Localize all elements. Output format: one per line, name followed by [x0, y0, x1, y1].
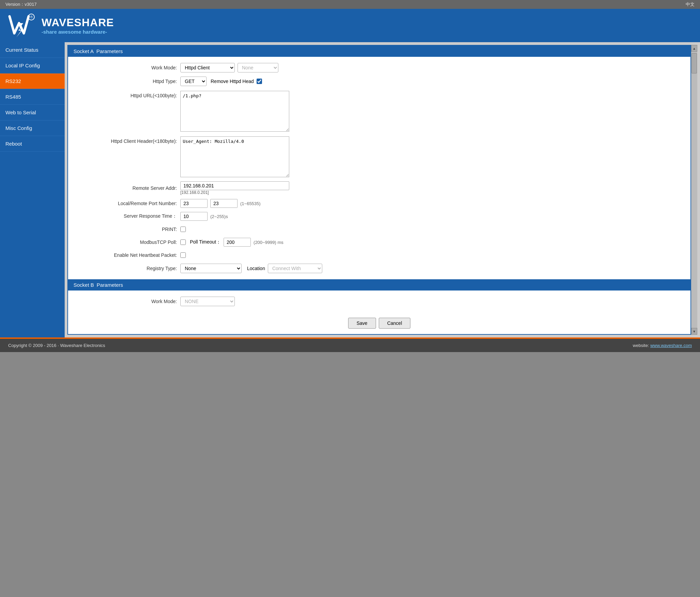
httpd-url-row: Httpd URL(<100byte): /1.php?	[68, 88, 690, 134]
httpd-type-row: Httpd Type: GET POST Remove Httpd Head	[68, 74, 690, 88]
language-toggle[interactable]: 中文	[686, 1, 695, 7]
httpd-client-header-row: Httpd Client Header(<180byte): User_Agen…	[68, 134, 690, 179]
main-layout: Current Status Local IP Config RS232 RS4…	[0, 42, 700, 337]
save-button[interactable]: Save	[348, 318, 376, 329]
httpd-type-controls: GET POST Remove Httpd Head	[180, 77, 684, 86]
scroll-down-button[interactable]: ▼	[691, 328, 697, 335]
work-mode-controls: Httpd Client TCP Client TCP Server UDP N…	[180, 63, 684, 72]
socket-b-header: Socket B Parameters	[68, 279, 690, 291]
poll-timeout-input[interactable]: 200	[224, 238, 251, 247]
heartbeat-label: Enable Net Heartbeat Packet:	[75, 252, 180, 258]
website-label: website:	[633, 343, 649, 348]
socket-b-work-mode-label: Work Mode:	[75, 299, 180, 304]
button-row: Save Cancel	[68, 312, 690, 334]
remove-httpd-head-checkbox[interactable]	[257, 79, 262, 84]
server-response-time-label: Server Response Time：	[75, 213, 180, 219]
sidebar-item-rs232[interactable]: RS232	[0, 73, 65, 89]
remote-server-addr-input[interactable]: 192.168.0.201	[180, 181, 289, 190]
content-wrapper: Socket A Parameters Work Mode: Httpd Cli…	[65, 42, 700, 337]
port-number-row: Local/Remote Port Number: 23 23 (1~65535…	[68, 197, 690, 210]
sidebar-item-reboot[interactable]: Reboot	[0, 136, 65, 152]
work-mode-none-select[interactable]: None	[238, 63, 278, 72]
form-area: Work Mode: Httpd Client TCP Client TCP S…	[68, 57, 690, 279]
httpd-url-controls: /1.php?	[180, 91, 684, 132]
socket-a-params-label: Parameters	[96, 48, 123, 54]
location-select[interactable]: Connect With	[268, 264, 322, 273]
registry-type-row: Registry Type: None Option1 Location Con…	[68, 262, 690, 275]
server-response-time-hint: (2~255)s	[210, 214, 228, 219]
modbus-tcp-poll-checkbox[interactable]	[180, 239, 186, 245]
footer: Copyright © 2009 - 2016 · Waveshare Elec…	[0, 339, 700, 352]
header-text: WAVESHARE -share awesome hardware-	[42, 16, 114, 35]
scroll-thumb[interactable]	[691, 53, 697, 73]
heartbeat-row: Enable Net Heartbeat Packet:	[68, 249, 690, 262]
httpd-url-textarea[interactable]: /1.php?	[180, 91, 289, 132]
registry-type-select[interactable]: None Option1	[180, 264, 242, 273]
modbus-tcp-poll-label: ModbusTCP Poll:	[75, 239, 180, 245]
scrollbar[interactable]: ▲ ▼	[691, 45, 697, 335]
httpd-client-header-controls: User_Agent: Mozilla/4.0	[180, 136, 684, 177]
socket-b-work-mode-controls: NONE TCP Client TCP Server	[180, 297, 684, 306]
socket-a-header: Socket A Parameters	[68, 46, 690, 57]
socket-b-label: Socket B	[74, 282, 94, 288]
httpd-type-select[interactable]: GET POST	[180, 77, 207, 86]
work-mode-select[interactable]: Httpd Client TCP Client TCP Server UDP N…	[180, 63, 235, 72]
remote-server-addr-hint: [192.168.0.201]	[180, 190, 289, 195]
sidebar-item-current-status[interactable]: Current Status	[0, 42, 65, 58]
remote-port-input[interactable]: 23	[210, 199, 238, 208]
svg-text:®: ®	[30, 15, 33, 19]
heartbeat-checkbox[interactable]	[180, 252, 186, 258]
sidebar-item-web-to-serial[interactable]: Web to Serial	[0, 105, 65, 120]
scroll-up-button[interactable]: ▲	[691, 45, 697, 52]
logo: ®	[8, 14, 35, 37]
socket-b-work-mode-select[interactable]: NONE TCP Client TCP Server	[180, 297, 235, 306]
poll-timeout-label: Poll Timeout：	[190, 239, 221, 245]
remote-server-addr-row: Remote Server Addr: 192.168.0.201 [192.1…	[68, 179, 690, 197]
socket-a-label: Socket A	[74, 48, 94, 54]
sidebar: Current Status Local IP Config RS232 RS4…	[0, 42, 65, 337]
heartbeat-controls	[180, 252, 684, 258]
top-bar: Version：v3017 中文	[0, 0, 700, 9]
port-number-controls: 23 23 (1~65535)	[180, 199, 684, 208]
location-label: Location	[247, 266, 265, 271]
socket-b-params-label: Parameters	[97, 282, 123, 288]
work-mode-row: Work Mode: Httpd Client TCP Client TCP S…	[68, 61, 690, 74]
sidebar-item-misc-config[interactable]: Misc Config	[0, 120, 65, 136]
content-panel: Socket A Parameters Work Mode: Httpd Cli…	[67, 45, 691, 335]
server-response-time-controls: 10 (2~255)s	[180, 212, 684, 221]
httpd-client-header-label: Httpd Client Header(<180byte):	[75, 136, 180, 144]
print-row: PRINT:	[68, 223, 690, 236]
local-port-input[interactable]: 23	[180, 199, 208, 208]
httpd-url-label: Httpd URL(<100byte):	[75, 91, 180, 98]
waveshare-logo-icon: ®	[8, 14, 35, 37]
modbus-tcp-poll-row: ModbusTCP Poll: Poll Timeout： 200 (200~9…	[68, 236, 690, 249]
port-number-label: Local/Remote Port Number:	[75, 201, 180, 206]
header: ® WAVESHARE -share awesome hardware-	[0, 9, 700, 42]
httpd-type-label: Httpd Type:	[75, 79, 180, 84]
remove-httpd-head-label: Remove Httpd Head	[211, 79, 254, 84]
socket-b-work-mode-row: Work Mode: NONE TCP Client TCP Server	[68, 295, 690, 308]
version-label: Version：v3017	[5, 1, 37, 7]
httpd-client-header-textarea[interactable]: User_Agent: Mozilla/4.0	[180, 136, 289, 177]
sidebar-item-local-ip-config[interactable]: Local IP Config	[0, 58, 65, 73]
registry-type-controls: None Option1 Location Connect With	[180, 264, 684, 273]
poll-timeout-hint: (200~9999) ms	[254, 240, 283, 245]
sidebar-item-rs485[interactable]: RS485	[0, 89, 65, 105]
remote-server-addr-controls: 192.168.0.201 [192.168.0.201]	[180, 181, 684, 195]
server-response-time-input[interactable]: 10	[180, 212, 208, 221]
server-addr-group: 192.168.0.201 [192.168.0.201]	[180, 181, 289, 195]
remote-server-addr-label: Remote Server Addr:	[75, 185, 180, 191]
print-controls	[180, 227, 684, 232]
cancel-button[interactable]: Cancel	[379, 318, 411, 329]
modbus-tcp-poll-controls: Poll Timeout： 200 (200~9999) ms	[180, 238, 684, 247]
work-mode-label: Work Mode:	[75, 65, 180, 70]
copyright-text: Copyright © 2009 - 2016 · Waveshare Elec…	[8, 343, 105, 348]
brand-name: WAVESHARE	[42, 16, 114, 29]
port-hint: (1~65535)	[240, 201, 261, 206]
print-label: PRINT:	[75, 227, 180, 232]
registry-type-label: Registry Type:	[75, 266, 180, 271]
server-response-time-row: Server Response Time： 10 (2~255)s	[68, 210, 690, 223]
brand-tagline: -share awesome hardware-	[42, 29, 114, 35]
website-link[interactable]: www.waveshare.com	[650, 343, 692, 348]
print-checkbox[interactable]	[180, 227, 186, 232]
